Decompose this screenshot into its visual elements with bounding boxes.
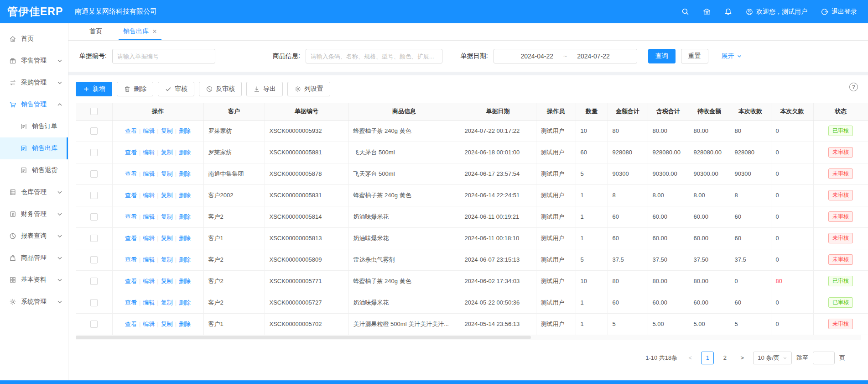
row-action-edit[interactable]: 编辑 [143, 192, 155, 199]
bank-icon[interactable] [703, 8, 711, 16]
page-1-button[interactable]: 1 [701, 352, 714, 364]
row-action-delete[interactable]: 删除 [179, 192, 191, 199]
audit-button[interactable]: 审核 [158, 82, 194, 96]
row-action-delete[interactable]: 删除 [179, 299, 191, 306]
row-action-copy[interactable]: 复制 [161, 127, 173, 134]
prev-page-button[interactable]: < [684, 352, 696, 364]
row-action-copy[interactable]: 复制 [161, 321, 173, 327]
sidebar-item-product[interactable]: 商品管理 [0, 247, 68, 269]
product-info-input[interactable] [306, 49, 442, 63]
sidebar-item-label: 零售管理 [21, 57, 47, 65]
scrollbar-thumb[interactable] [76, 336, 531, 339]
cell-amount: 80 [608, 120, 648, 142]
user-welcome[interactable]: 欢迎您，测试用户 [746, 8, 807, 16]
table-horizontal-scrollbar[interactable] [76, 335, 861, 340]
row-action-view[interactable]: 查看 [125, 127, 137, 134]
row-action-delete[interactable]: 删除 [179, 170, 191, 177]
tab-sales-outbound[interactable]: 销售出库✕ [119, 23, 161, 40]
row-action-delete[interactable]: 删除 [179, 213, 191, 220]
row-checkbox[interactable] [90, 213, 98, 221]
row-action-edit[interactable]: 编辑 [143, 213, 155, 220]
row-action-view[interactable]: 查看 [125, 256, 137, 263]
logout-button[interactable]: 退出登录 [821, 8, 857, 16]
unaudit-button[interactable]: 反审核 [199, 82, 242, 96]
row-action-edit[interactable]: 编辑 [143, 235, 155, 242]
row-checkbox[interactable] [90, 192, 98, 199]
row-action-edit[interactable]: 编辑 [143, 256, 155, 263]
sidebar-item-home[interactable]: 首页 [0, 28, 68, 50]
close-icon[interactable]: ✕ [152, 28, 157, 35]
search-button[interactable]: 查询 [648, 49, 676, 63]
reset-button[interactable]: 重置 [681, 49, 708, 63]
row-action-view[interactable]: 查看 [125, 192, 137, 199]
row-action-delete[interactable]: 删除 [179, 127, 191, 134]
export-button[interactable]: 导出 [246, 82, 283, 96]
row-action-view[interactable]: 查看 [125, 299, 137, 306]
search-icon[interactable] [681, 8, 689, 16]
select-all-checkbox[interactable] [90, 108, 98, 115]
row-action-view[interactable]: 查看 [125, 278, 137, 284]
help-icon[interactable]: ? [849, 83, 858, 91]
sidebar-item-basic[interactable]: 基本资料 [0, 269, 68, 291]
jump-page-input[interactable] [813, 352, 835, 364]
row-action-view[interactable]: 查看 [125, 321, 137, 327]
expand-link[interactable]: 展开 [722, 52, 742, 60]
bell-icon[interactable] [724, 8, 732, 16]
row-action-copy[interactable]: 复制 [161, 149, 173, 156]
columns-button[interactable]: 列设置 [287, 82, 330, 96]
row-action-copy[interactable]: 复制 [161, 235, 173, 242]
row-action-edit[interactable]: 编辑 [143, 149, 155, 156]
sidebar-item-report[interactable]: 报表查询 [0, 225, 68, 247]
row-checkbox[interactable] [90, 235, 98, 242]
date-start[interactable]: 2024-04-22 [520, 53, 553, 60]
next-page-button[interactable]: > [736, 352, 748, 364]
sidebar-item-sales-outbound[interactable]: 销售出库 [0, 137, 68, 159]
row-action-view[interactable]: 查看 [125, 170, 137, 177]
row-checkbox[interactable] [90, 170, 98, 178]
row-action-copy[interactable]: 复制 [161, 213, 173, 220]
date-range-picker[interactable]: 2024-04-22 ~ 2024-07-22 [494, 49, 637, 63]
row-action-delete[interactable]: 删除 [179, 149, 191, 156]
row-action-delete[interactable]: 删除 [179, 278, 191, 284]
delete-button[interactable]: 删除 [117, 82, 153, 96]
row-action-delete[interactable]: 删除 [179, 256, 191, 263]
cell-operator: 测试用户 [536, 184, 576, 206]
row-action-copy[interactable]: 复制 [161, 299, 173, 306]
row-checkbox[interactable] [90, 321, 98, 328]
page-size-select[interactable]: 10 条/页 [753, 352, 792, 364]
row-action-view[interactable]: 查看 [125, 149, 137, 156]
date-end[interactable]: 2024-07-22 [577, 53, 610, 60]
sidebar-item-sales-order[interactable]: 销售订单 [0, 116, 68, 137]
row-checkbox[interactable] [90, 256, 98, 263]
tab-home[interactable]: 首页 [85, 23, 107, 40]
row-action-edit[interactable]: 编辑 [143, 278, 155, 284]
sidebar-item-system[interactable]: 系统管理 [0, 291, 68, 313]
row-action-edit[interactable]: 编辑 [143, 321, 155, 327]
row-checkbox[interactable] [90, 278, 98, 285]
sidebar-item-finance[interactable]: 财务管理 [0, 203, 68, 225]
add-button[interactable]: 新增 [76, 82, 112, 96]
row-action-delete[interactable]: 删除 [179, 321, 191, 327]
row-action-edit[interactable]: 编辑 [143, 299, 155, 306]
row-checkbox[interactable] [90, 127, 98, 135]
row-action-copy[interactable]: 复制 [161, 256, 173, 263]
cell-received: 0 [730, 270, 771, 292]
sidebar-item-retail[interactable]: 零售管理 [0, 50, 68, 72]
page-2-button[interactable]: 2 [718, 352, 731, 364]
sidebar-item-purchase[interactable]: 采购管理 [0, 72, 68, 94]
row-action-edit[interactable]: 编辑 [143, 127, 155, 134]
row-action-copy[interactable]: 复制 [161, 170, 173, 177]
sidebar-item-warehouse[interactable]: 仓库管理 [0, 181, 68, 203]
row-action-view[interactable]: 查看 [125, 213, 137, 220]
row-action-copy[interactable]: 复制 [161, 278, 173, 284]
row-action-delete[interactable]: 删除 [179, 235, 191, 242]
row-action-view[interactable]: 查看 [125, 235, 137, 242]
row-checkbox[interactable] [90, 149, 98, 156]
sidebar-item-sales[interactable]: 销售管理 [0, 94, 68, 116]
order-no-input[interactable] [112, 49, 215, 63]
row-action-edit[interactable]: 编辑 [143, 170, 155, 177]
row-action-copy[interactable]: 复制 [161, 192, 173, 199]
row-checkbox[interactable] [90, 299, 98, 306]
cell-product: 雷达杀虫气雾剂 [348, 249, 460, 270]
sidebar-item-sales-return[interactable]: 销售退货 [0, 159, 68, 181]
